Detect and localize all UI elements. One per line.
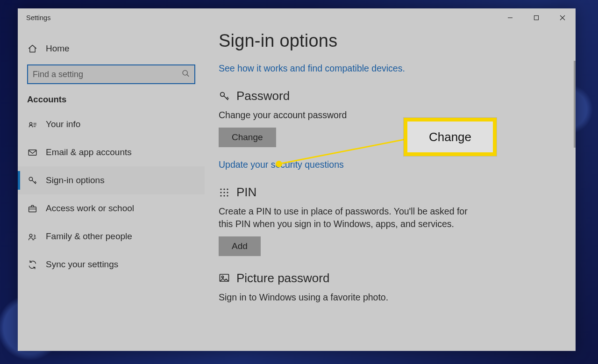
add-pin-button[interactable]: Add [219,236,261,256]
section-picture-password: Picture password Sign in to Windows usin… [219,271,562,303]
sidebar-category: Accounts [27,94,205,105]
svg-point-25 [222,276,224,278]
sidebar-item-label: Sign-in options [46,175,105,186]
picture-password-desc: Sign in to Windows using a favorite phot… [219,291,480,303]
svg-rect-1 [534,16,539,20]
sidebar-item-access-work-school[interactable]: Access work or school [18,194,205,222]
content: Sign-in options See how it works and fin… [205,27,576,351]
section-pin: PIN Create a PIN to use in place of pass… [219,185,562,256]
sidebar-item-your-info[interactable]: Your info [18,110,205,138]
svg-point-23 [227,195,228,196]
svg-point-17 [227,188,228,190]
section-header: Password [219,89,562,103]
search-icon [182,70,190,79]
picture-icon [219,272,230,284]
svg-point-15 [220,188,221,190]
change-password-button[interactable]: Change [219,128,276,147]
svg-line-5 [187,75,189,77]
sidebar-item-sign-in-options[interactable]: Sign-in options [18,166,205,194]
close-button[interactable] [549,8,576,27]
minimize-button[interactable] [497,8,523,27]
section-password: Password Change your account password Ch… [219,89,562,170]
search-input[interactable] [27,64,195,84]
section-title: Picture password [236,271,329,285]
key-icon [219,91,230,102]
svg-point-18 [220,192,221,193]
svg-point-4 [183,71,187,75]
section-title: PIN [236,185,256,200]
person-card-icon [27,119,37,129]
section-title: Password [236,89,290,103]
pin-desc: Create a PIN to use in place of password… [219,205,480,230]
section-header: Picture password [219,271,562,285]
sync-icon [27,259,37,270]
sidebar-list: Your info Email & app accounts Sign-in o… [18,110,205,278]
svg-rect-10 [28,150,36,155]
svg-point-19 [223,192,225,193]
callout-dot [276,161,282,167]
svg-point-13 [29,234,32,237]
sidebar-item-label: Sync your settings [46,259,118,270]
section-header: PIN [219,185,562,200]
briefcase-icon [27,203,37,214]
mail-icon [27,147,37,157]
titlebar: Settings [18,8,576,27]
sidebar: Home Accounts Your info [18,27,205,351]
search-wrap [27,64,195,84]
svg-point-20 [227,192,228,193]
sidebar-home[interactable]: Home [27,38,205,59]
callout-change-button: Change [404,118,497,156]
callout-label: Change [429,130,471,144]
sidebar-item-family-other-people[interactable]: Family & other people [18,222,205,250]
sidebar-item-label: Email & app accounts [46,147,132,157]
window-controls [497,8,576,27]
sidebar-home-label: Home [46,43,70,54]
svg-point-22 [223,195,225,196]
svg-rect-12 [28,207,36,212]
home-icon [27,43,37,54]
top-link[interactable]: See how it works and find compatible dev… [219,63,405,74]
sidebar-item-label: Access work or school [46,203,134,214]
sidebar-item-label: Your info [46,119,80,129]
svg-point-6 [29,122,32,125]
keypad-icon [219,187,230,198]
key-icon [27,175,37,186]
sidebar-item-label: Family & other people [46,231,132,242]
maximize-button[interactable] [523,8,549,27]
svg-point-21 [220,195,221,196]
settings-window: Settings Home [18,8,576,351]
svg-point-16 [223,188,225,190]
sidebar-item-email-app-accounts[interactable]: Email & app accounts [18,138,205,166]
page-title: Sign-in options [219,31,562,51]
app-title: Settings [26,14,50,21]
window-body: Home Accounts Your info [18,27,576,351]
scrollbar-vertical[interactable] [574,61,576,148]
sidebar-item-sync-settings[interactable]: Sync your settings [18,250,205,278]
people-icon [27,231,37,242]
